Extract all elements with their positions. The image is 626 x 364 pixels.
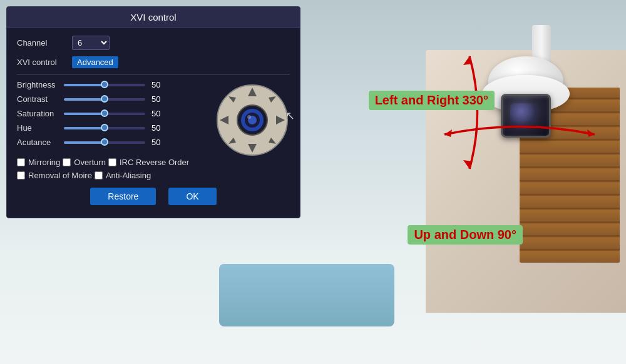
checkboxes-row1: Mirroring Overturn IRC Reverse Order: [17, 158, 290, 167]
contrast-thumb[interactable]: [101, 95, 108, 103]
hue-thumb[interactable]: [101, 124, 108, 131]
anti-alias-checkbox-item: Anti-Aliasing: [95, 171, 151, 180]
irc-reverse-checkbox[interactable]: [108, 158, 116, 166]
checkboxes-row2: Removal of Moire Anti-Aliasing: [17, 171, 290, 180]
channel-label: Channel: [17, 38, 67, 48]
dialog-title: XVI control: [7, 7, 300, 28]
contrast-row: Contrast 50: [17, 94, 210, 104]
removal-moire-checkbox[interactable]: [17, 171, 25, 179]
overturn-label: Overturn: [74, 158, 106, 167]
removal-moire-checkbox-item: Removal of Moire: [17, 171, 92, 180]
brightness-value: 50: [151, 80, 167, 89]
saturation-row: Saturation 50: [17, 109, 210, 118]
contrast-track: [64, 98, 145, 101]
saturation-label: Saturation: [17, 109, 64, 118]
acutance-value: 50: [151, 138, 167, 147]
hue-fill: [64, 127, 105, 129]
contrast-label: Contrast: [17, 94, 64, 104]
hue-label: Hue: [17, 123, 64, 133]
hue-track: [64, 127, 145, 129]
channel-select[interactable]: 6: [72, 36, 110, 50]
acutance-label: Acutance: [17, 138, 64, 147]
xvi-control-row: XVI control Advanced: [17, 56, 290, 68]
irc-reverse-checkbox-item: IRC Reverse Order: [108, 158, 189, 167]
acutance-thumb[interactable]: [101, 138, 108, 146]
advanced-badge: Advanced: [72, 56, 118, 68]
brightness-fill: [64, 84, 105, 86]
xvi-control-dialog: XVI control Channel 6 XVI control Advanc…: [6, 6, 300, 218]
xvi-control-label: XVI control: [17, 58, 67, 67]
rotation-arrow-vertical: [451, 50, 488, 178]
restore-button[interactable]: Restore: [90, 188, 156, 205]
anti-alias-label: Anti-Aliasing: [106, 171, 151, 180]
contrast-value: 50: [151, 94, 167, 104]
ptz-wheel[interactable]: ↖: [215, 83, 290, 158]
overturn-checkbox[interactable]: [63, 158, 71, 166]
brightness-row: Brightness 50: [17, 80, 210, 89]
acutance-fill: [64, 141, 105, 144]
sliders-ptz-section: Brightness 50 Contrast 50: [17, 80, 290, 158]
anti-alias-checkbox[interactable]: [95, 171, 103, 179]
hue-value: 50: [151, 123, 167, 133]
irc-reverse-label: IRC Reverse Order: [120, 158, 189, 167]
sliders-section: Brightness 50 Contrast 50: [17, 80, 210, 152]
mirroring-label: Mirroring: [28, 158, 60, 167]
dialog-buttons: Restore OK: [17, 188, 290, 210]
acutance-row: Acutance 50: [17, 138, 210, 147]
saturation-thumb[interactable]: [101, 109, 108, 117]
hue-row: Hue 50: [17, 123, 210, 133]
separator: [17, 74, 290, 75]
channel-row: Channel 6: [17, 36, 290, 50]
label-up-down: Up and Down 90°: [408, 225, 523, 245]
removal-moire-label: Removal of Moire: [28, 171, 92, 180]
brightness-track: [64, 84, 145, 86]
acutance-track: [64, 141, 145, 144]
label-left-right: Left and Right 330°: [369, 91, 495, 110]
brightness-label: Brightness: [17, 80, 64, 89]
overturn-checkbox-item: Overturn: [63, 158, 106, 167]
ok-button[interactable]: OK: [168, 188, 216, 205]
mirroring-checkbox[interactable]: [17, 158, 25, 166]
saturation-fill: [64, 113, 105, 115]
svg-point-9: [247, 115, 251, 119]
mirroring-checkbox-item: Mirroring: [17, 158, 60, 167]
pool-decoration: [219, 264, 394, 326]
contrast-fill: [64, 98, 105, 101]
saturation-value: 50: [151, 109, 167, 118]
saturation-track: [64, 113, 145, 115]
brightness-thumb[interactable]: [101, 81, 108, 88]
